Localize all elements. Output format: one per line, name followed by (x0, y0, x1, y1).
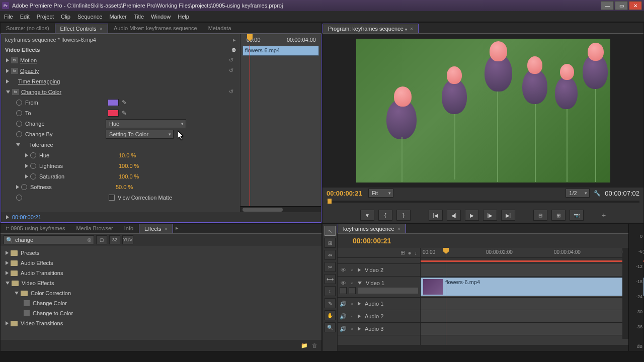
expand-icon[interactable] (25, 164, 28, 168)
effect-time-remapping[interactable]: Time Remapping (1, 76, 240, 86)
tab-overflow[interactable]: ▸≡ (173, 223, 184, 233)
tree-video-transitions[interactable]: Video Transitions (1, 318, 321, 328)
tab-project[interactable]: t: 0905-using keyframes (1, 223, 70, 233)
timeline-playhead[interactable] (446, 248, 446, 345)
hand-tool[interactable]: ✋ (325, 310, 336, 320)
menu-sequence[interactable]: Sequence (77, 14, 103, 20)
mark-in-point-button[interactable]: { (378, 210, 392, 221)
mark-out-point-button[interactable]: } (396, 210, 411, 221)
stopwatch-icon[interactable] (16, 121, 22, 127)
play-button[interactable]: ▶ (465, 210, 479, 221)
ec-scrollbar[interactable] (240, 206, 321, 212)
track-v2[interactable] (421, 264, 628, 277)
tree-change-color[interactable]: Change Color (1, 298, 321, 308)
collapse-icon[interactable] (16, 143, 20, 146)
ec-timecode[interactable]: 00:00:00:21 (12, 214, 41, 220)
speaker-icon[interactable]: 🔊 (340, 301, 347, 307)
clear-search-icon[interactable]: ⊗ (87, 237, 92, 243)
reset-icon[interactable]: ↺ (229, 88, 236, 96)
add-button[interactable]: + (602, 211, 606, 219)
track-a1[interactable] (421, 298, 628, 310)
expand-icon[interactable] (6, 79, 9, 83)
wrench-icon[interactable]: 🔧 (594, 190, 601, 197)
tab-sequence[interactable]: keyframes sequence× (338, 224, 406, 233)
menu-window[interactable]: Window (151, 14, 171, 20)
tab-source[interactable]: Source: (no clips) (1, 23, 55, 33)
fx-filter-accelerated[interactable]: ▢ (96, 235, 107, 244)
stopwatch-icon[interactable] (16, 131, 22, 137)
track-header-v1[interactable]: 👁▫Video 1 (338, 277, 420, 298)
reset-icon[interactable]: ↺ (229, 67, 236, 74)
lightness-value[interactable]: 100.0 % (119, 163, 139, 169)
timeline-vscroll[interactable] (622, 248, 628, 339)
to-color-swatch[interactable] (108, 110, 119, 117)
tree-audio-transitions[interactable]: Audio Transitions (1, 268, 321, 278)
tab-media-browser[interactable]: Media Browser (70, 223, 118, 233)
ec-keyframe-timeline[interactable]: 00:00 00:00:04:00 flowers-6.mp4 (240, 34, 321, 212)
fx-filter-32bit[interactable]: 32 (109, 235, 120, 244)
razor-tool[interactable]: ✂ (325, 262, 336, 272)
pen-tool[interactable]: ✎ (325, 298, 336, 308)
fit-dropdown[interactable]: Fit (368, 189, 393, 198)
stopwatch-icon[interactable] (16, 110, 22, 116)
new-bin-icon[interactable]: 📁 (301, 342, 308, 349)
track-header-a1[interactable]: 🔊▫Audio 1 (338, 298, 420, 310)
extract-button[interactable]: ⊞ (551, 210, 566, 221)
from-color-swatch[interactable] (108, 99, 119, 106)
expand-icon[interactable] (25, 174, 28, 178)
tab-info[interactable]: Info (119, 223, 139, 233)
ec-clip-bar[interactable]: flowers-6.mp4 (243, 46, 319, 56)
eyedropper-icon[interactable]: ✎ (122, 110, 127, 117)
stopwatch-icon[interactable] (30, 163, 36, 169)
param-tolerance[interactable]: Tolerance (1, 139, 240, 150)
menu-title[interactable]: Title (134, 14, 144, 20)
work-area-bar[interactable] (421, 258, 628, 264)
ripple-edit-tool[interactable]: ⇔ (325, 250, 336, 260)
menu-project[interactable]: Project (37, 14, 54, 20)
tree-presets[interactable]: Presets (1, 248, 321, 258)
view-matte-checkbox[interactable] (109, 195, 115, 201)
tab-program[interactable]: Program: keyframes sequence ▾× (323, 24, 419, 33)
close-button[interactable]: ✕ (629, 1, 642, 10)
menu-clip[interactable]: Clip (61, 14, 70, 20)
track-header-a3[interactable]: 🔊▫Audio 3 (338, 323, 420, 335)
speaker-icon[interactable]: 🔊 (340, 326, 347, 332)
reset-icon[interactable]: ↺ (229, 57, 236, 64)
expand-icon[interactable] (6, 69, 9, 73)
program-monitor[interactable] (323, 34, 643, 188)
go-to-in-button[interactable]: |◀ (429, 210, 443, 221)
eye-icon[interactable]: 👁 (340, 267, 347, 273)
scrub-head-icon[interactable] (328, 199, 332, 204)
tree-color-correction[interactable]: Color Correction (1, 288, 321, 298)
track-a2[interactable] (421, 310, 628, 323)
expand-icon[interactable] (6, 58, 9, 62)
fx-filter-yuv[interactable]: YUV (122, 235, 133, 244)
lift-button[interactable]: ⊟ (533, 210, 547, 221)
zoom-dropdown[interactable]: 1/2 (566, 189, 590, 198)
timeline-timecode[interactable]: 00:00:00:21 (353, 237, 391, 245)
change-by-dropdown[interactable]: Setting To Color (106, 130, 174, 139)
step-back-button[interactable]: ◀| (447, 210, 461, 221)
tab-effect-controls[interactable]: Effect Controls× (55, 24, 108, 33)
timeline-clip[interactable]: flowers-6.mp4 (421, 278, 644, 296)
delete-icon[interactable]: 🗑 (312, 342, 317, 348)
go-to-out-button[interactable]: ▶| (501, 210, 515, 221)
tab-audio-mixer[interactable]: Audio Mixer: keyframes sequence (108, 23, 203, 33)
change-dropdown[interactable]: Hue (106, 119, 186, 128)
stopwatch-icon[interactable] (21, 184, 27, 190)
saturation-value[interactable]: 100.0 % (119, 173, 139, 179)
menu-help[interactable]: Help (178, 14, 189, 20)
menu-marker[interactable]: Marker (109, 14, 126, 20)
menu-file[interactable]: File (4, 14, 13, 20)
timeline-tracks[interactable]: 00:00 00:00:02:00 00:00:04:00 00:00:06:0… (421, 248, 628, 345)
mark-in-button[interactable]: ▼ (360, 210, 374, 221)
zoom-tool[interactable]: 🔍 (325, 322, 336, 332)
tab-metadata[interactable]: Metadata (203, 23, 237, 33)
eyedropper-icon[interactable]: ✎ (122, 99, 127, 106)
track-header-v2[interactable]: 👁▫Video 2 (338, 264, 420, 277)
eye-icon[interactable]: 👁 (340, 280, 347, 286)
timeline-hscroll[interactable] (338, 345, 628, 351)
stopwatch-icon[interactable] (30, 173, 36, 179)
export-frame-button[interactable]: 📷 (570, 210, 584, 221)
tree-audio-effects[interactable]: Audio Effects (1, 258, 321, 268)
